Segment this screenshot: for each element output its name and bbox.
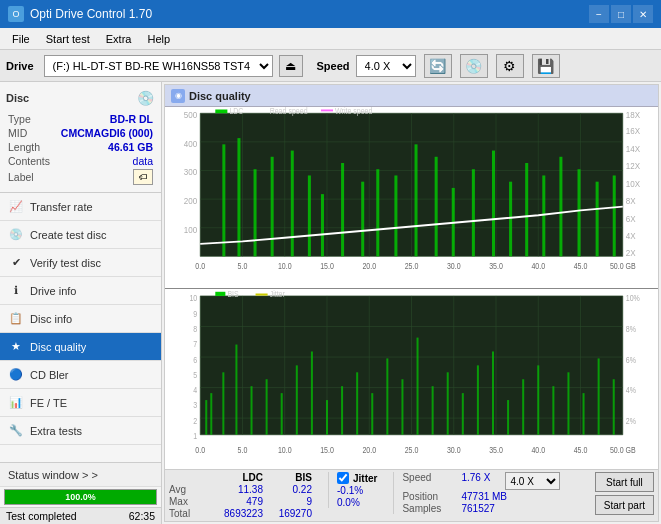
svg-rect-101 <box>356 372 358 434</box>
disc-info-icon: 📋 <box>8 311 24 327</box>
position-row: Position 47731 MB <box>402 491 560 502</box>
disc-label-row: Label 🏷 <box>6 168 155 186</box>
svg-rect-26 <box>361 182 364 257</box>
total-bis: 169270 <box>267 508 312 519</box>
drive-select[interactable]: (F:) HL-DT-ST BD-RE WH16NS58 TST4 <box>44 55 273 77</box>
svg-text:10.0: 10.0 <box>278 261 292 271</box>
svg-text:500: 500 <box>184 109 197 120</box>
chart-title: Disc quality <box>189 90 251 102</box>
svg-rect-36 <box>542 175 545 256</box>
menu-extra[interactable]: Extra <box>98 31 140 47</box>
refresh-button[interactable]: 🔄 <box>424 54 452 78</box>
action-buttons: Start full Start part <box>595 472 654 515</box>
minimize-button[interactable]: − <box>589 5 609 23</box>
svg-rect-35 <box>525 163 528 256</box>
save-button[interactable]: 💾 <box>532 54 560 78</box>
position-key: Position <box>402 491 457 502</box>
status-right: 62:35 <box>129 510 155 522</box>
app-icon: O <box>8 6 24 22</box>
svg-rect-115 <box>567 372 569 434</box>
disc-button[interactable]: 💿 <box>460 54 488 78</box>
sidebar-item-disc-info[interactable]: 📋 Disc info <box>0 305 161 333</box>
chart-top: 500 400 300 200 100 18X 16X 14X 12X 10X … <box>165 107 658 289</box>
svg-rect-32 <box>472 169 475 256</box>
svg-rect-39 <box>596 182 599 257</box>
svg-rect-22 <box>291 151 294 257</box>
position-value: 47731 MB <box>461 491 507 502</box>
drivebar: Drive (F:) HL-DT-ST BD-RE WH16NS58 TST4 … <box>0 50 661 82</box>
config-button[interactable]: ⚙ <box>496 54 524 78</box>
progress-label: 100.0% <box>65 492 96 502</box>
stats-bar: LDC BIS Avg 11.38 0.22 Max 479 9 Total <box>165 469 658 521</box>
speed-select[interactable]: 4.0 X <box>505 472 560 490</box>
progress-bar-container: 100.0% <box>4 489 157 505</box>
sidebar-item-verify-test-disc[interactable]: ✔ Verify test disc <box>0 249 161 277</box>
svg-text:300: 300 <box>184 167 197 178</box>
speed-select[interactable]: 4.0 X <box>356 55 416 77</box>
sidebar-item-drive-info[interactable]: ℹ Drive info <box>0 277 161 305</box>
disc-quality-label: Disc quality <box>30 341 86 353</box>
svg-rect-28 <box>394 175 397 256</box>
cd-bler-label: CD Bler <box>30 369 69 381</box>
sidebar-item-disc-quality[interactable]: ★ Disc quality <box>0 333 161 361</box>
disc-mid-row: MID CMCMAGDI6 (000) <box>6 126 155 140</box>
svg-text:7: 7 <box>193 338 197 349</box>
max-label: Max <box>169 496 204 507</box>
svg-text:10%: 10% <box>626 292 640 303</box>
sidebar-item-create-test-disc[interactable]: 💿 Create test disc <box>0 221 161 249</box>
svg-rect-110 <box>492 351 494 434</box>
status-window-button[interactable]: Status window > > <box>0 463 161 487</box>
menu-start-test[interactable]: Start test <box>38 31 98 47</box>
svg-text:45.0: 45.0 <box>574 261 588 271</box>
svg-text:10X: 10X <box>626 178 640 189</box>
svg-text:4: 4 <box>193 383 197 394</box>
disc-length-label: Length <box>8 141 40 153</box>
label-icon[interactable]: 🏷 <box>133 169 153 185</box>
sidebar-item-cd-bler[interactable]: 🔵 CD Bler <box>0 361 161 389</box>
disc-type-value: BD-R DL <box>110 113 153 125</box>
chart-panel: ◉ Disc quality <box>164 84 659 522</box>
speed-label: Speed <box>317 60 350 72</box>
close-button[interactable]: ✕ <box>633 5 653 23</box>
disc-mid-value: CMCMAGDI6 (000) <box>61 127 153 139</box>
extra-tests-icon: 🔧 <box>8 423 24 439</box>
start-part-button[interactable]: Start part <box>595 495 654 515</box>
svg-rect-24 <box>321 194 324 256</box>
svg-text:0.0: 0.0 <box>195 261 205 271</box>
menu-help[interactable]: Help <box>139 31 178 47</box>
status-section: Status window > > 100.0% Test completed … <box>0 462 161 524</box>
avg-jitter: -0.1% <box>337 485 363 496</box>
svg-text:Read speed: Read speed <box>270 107 308 117</box>
sidebar-item-fe-te[interactable]: 📊 FE / TE <box>0 389 161 417</box>
extra-tests-label: Extra tests <box>30 425 82 437</box>
jitter-checkbox[interactable] <box>337 472 349 484</box>
svg-text:2X: 2X <box>626 248 636 259</box>
jitter-header: Jitter <box>337 472 377 484</box>
svg-text:8X: 8X <box>626 195 636 206</box>
menu-file[interactable]: File <box>4 31 38 47</box>
svg-text:40.0: 40.0 <box>531 261 545 271</box>
svg-text:10.0: 10.0 <box>278 443 292 454</box>
svg-rect-113 <box>537 365 539 434</box>
svg-rect-29 <box>415 144 418 256</box>
avg-bis: 0.22 <box>267 484 312 495</box>
svg-rect-112 <box>522 379 524 435</box>
eject-button[interactable]: ⏏ <box>279 55 303 77</box>
sidebar-item-transfer-rate[interactable]: 📈 Transfer rate <box>0 193 161 221</box>
status-window-label: Status window > > <box>8 469 98 481</box>
chart-header: ◉ Disc quality <box>165 85 658 107</box>
speed-position-section: Speed 1.76 X 4.0 X Position 47731 MB Sam… <box>393 472 560 514</box>
svg-rect-99 <box>326 400 328 435</box>
svg-rect-34 <box>509 182 512 257</box>
disc-length-value: 46.61 GB <box>108 141 153 153</box>
svg-text:3: 3 <box>193 399 197 410</box>
chart-top-svg: 500 400 300 200 100 18X 16X 14X 12X 10X … <box>165 107 658 288</box>
svg-rect-118 <box>613 379 615 435</box>
bis-col-header: BIS <box>267 472 312 483</box>
create-test-disc-icon: 💿 <box>8 227 24 243</box>
svg-text:30.0: 30.0 <box>447 443 461 454</box>
svg-rect-108 <box>462 393 464 435</box>
sidebar-item-extra-tests[interactable]: 🔧 Extra tests <box>0 417 161 445</box>
maximize-button[interactable]: □ <box>611 5 631 23</box>
start-full-button[interactable]: Start full <box>595 472 654 492</box>
